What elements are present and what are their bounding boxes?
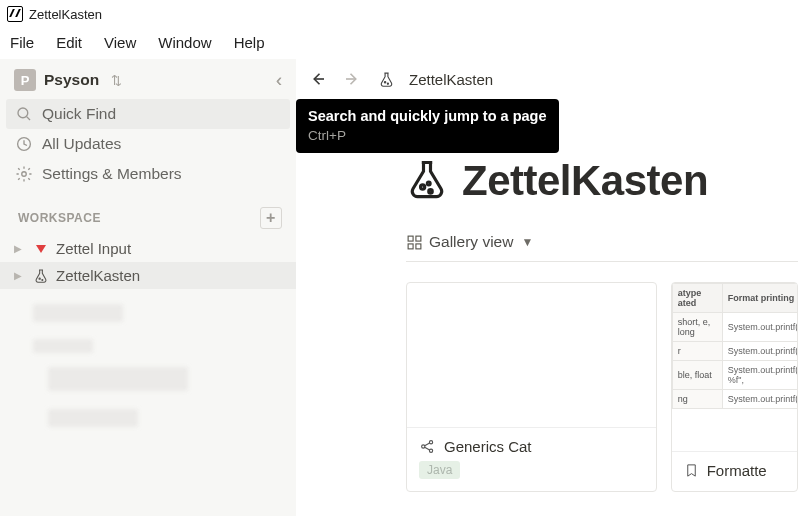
td: ble, float — [672, 361, 722, 390]
card-tag: Java — [419, 461, 460, 479]
tree-item-zettelkasten[interactable]: ▶ ZettelKasten — [0, 262, 296, 289]
menubar: File Edit View Window Help — [0, 28, 798, 59]
clock-icon — [14, 135, 34, 153]
workspace-section-label: WORKSPACE — [18, 211, 101, 225]
tooltip-shortcut: Ctrl+P — [308, 127, 547, 145]
main-content: ZettelKasten Search and quickly jump to … — [296, 59, 798, 516]
breadcrumb-title[interactable]: ZettelKasten — [409, 71, 493, 88]
svg-line-1 — [27, 117, 30, 120]
svg-point-9 — [387, 83, 388, 84]
td: short, e, long — [672, 313, 722, 342]
card-cover — [407, 283, 656, 427]
svg-point-19 — [429, 449, 432, 452]
nav-back-button[interactable] — [306, 67, 330, 91]
svg-point-8 — [384, 81, 385, 82]
svg-point-12 — [427, 182, 430, 185]
tree-item-label: Zettel Input — [56, 240, 131, 257]
triangle-down-red-icon — [32, 245, 50, 253]
td: System.out.printf("%s","String"); — [722, 390, 798, 409]
share-nodes-icon — [419, 438, 436, 455]
caret-icon[interactable]: ▶ — [14, 270, 26, 281]
td: r — [672, 342, 722, 361]
collapse-sidebar-icon[interactable]: ‹‹ — [276, 70, 282, 91]
card-title: Generics Cat — [444, 438, 532, 455]
menu-window[interactable]: Window — [158, 34, 211, 51]
add-page-button[interactable]: + — [260, 207, 282, 229]
svg-rect-15 — [408, 243, 413, 248]
view-switcher[interactable]: Gallery view ▼ — [406, 233, 798, 251]
gallery-icon — [406, 234, 423, 251]
svg-point-5 — [42, 279, 43, 280]
menu-help[interactable]: Help — [234, 34, 265, 51]
svg-line-20 — [425, 443, 430, 446]
nav-forward-button[interactable] — [340, 67, 364, 91]
td: System.out.printf("%d",15000); — [722, 313, 798, 342]
sidebar: P Psyson ⇅ ‹‹ Quick Find All Updates Set… — [0, 59, 296, 516]
svg-rect-16 — [416, 243, 421, 248]
updown-icon: ⇅ — [111, 73, 122, 88]
svg-point-17 — [422, 445, 425, 448]
quick-find-button[interactable]: Quick Find — [6, 99, 290, 129]
caret-icon[interactable]: ▶ — [14, 243, 26, 254]
svg-line-21 — [425, 447, 430, 450]
th: atype ated — [672, 284, 722, 313]
th: Format printing — [722, 284, 798, 313]
tooltip: Search and quickly jump to a page Ctrl+P — [296, 99, 559, 153]
tree-item-zettel-input[interactable]: ▶ Zettel Input — [0, 235, 296, 262]
menu-file[interactable]: File — [10, 34, 34, 51]
menu-edit[interactable]: Edit — [56, 34, 82, 51]
chevron-down-icon: ▼ — [521, 235, 533, 249]
tree-item-label: ZettelKasten — [56, 267, 140, 284]
svg-rect-14 — [416, 236, 421, 241]
svg-point-0 — [18, 108, 28, 118]
td: ng — [672, 390, 722, 409]
tooltip-title: Search and quickly jump to a page — [308, 107, 547, 127]
window-title: ZettelKasten — [29, 7, 102, 22]
svg-rect-13 — [408, 236, 413, 241]
workspace-name: Psyson — [44, 71, 99, 89]
view-label: Gallery view — [429, 233, 513, 251]
gear-icon — [14, 165, 34, 183]
svg-point-4 — [39, 278, 40, 279]
td: System.out.printf("%c",'c'); — [722, 342, 798, 361]
svg-point-18 — [429, 441, 432, 444]
gallery-card[interactable]: atype ated Format printing short, e, lon… — [671, 282, 798, 492]
svg-point-10 — [421, 184, 425, 188]
gallery-card[interactable]: Generics Cat Java — [406, 282, 657, 492]
search-icon — [14, 105, 34, 123]
all-updates-button[interactable]: All Updates — [0, 129, 296, 159]
page-title[interactable]: ZettelKasten — [462, 157, 708, 205]
settings-button[interactable]: Settings & Members — [0, 159, 296, 189]
td: System.out.printf("point Number %f", — [722, 361, 798, 390]
bookmark-icon — [684, 462, 699, 479]
workspace-avatar: P — [14, 69, 36, 91]
card-title: Formatte — [707, 462, 767, 479]
quick-find-label: Quick Find — [42, 105, 116, 123]
workspace-switcher[interactable]: P Psyson ⇅ — [14, 69, 122, 91]
app-icon — [7, 6, 23, 22]
svg-point-11 — [429, 189, 433, 193]
divider — [406, 261, 798, 262]
all-updates-label: All Updates — [42, 135, 121, 153]
flask-icon — [32, 268, 50, 284]
card-cover-table: atype ated Format printing short, e, lon… — [672, 283, 798, 409]
menu-view[interactable]: View — [104, 34, 136, 51]
flask-icon[interactable] — [406, 159, 448, 204]
svg-point-3 — [22, 172, 27, 177]
settings-label: Settings & Members — [42, 165, 182, 183]
blurred-content — [28, 299, 268, 439]
flask-icon — [378, 71, 395, 88]
